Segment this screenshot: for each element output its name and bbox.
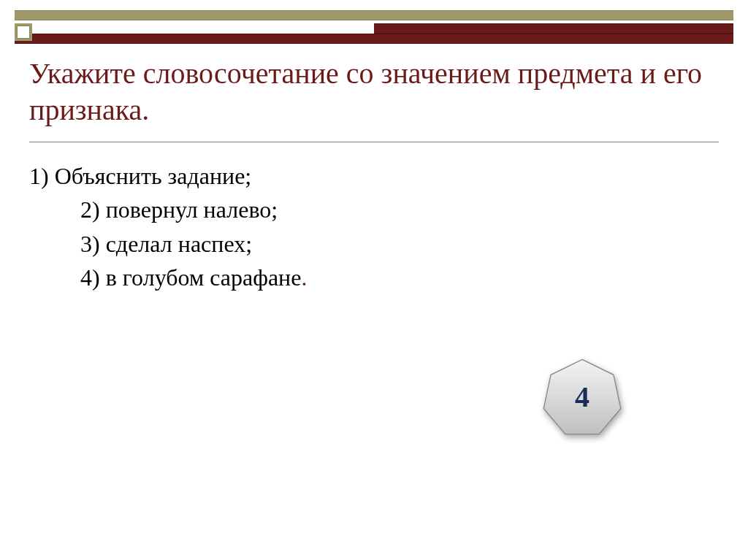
option-1: 1) Объяснить задание; (29, 163, 251, 189)
answer-shape: 4 (542, 356, 622, 437)
maroon-bar-short (374, 23, 733, 34)
slide-title: Укажите словосочетание со значением пред… (29, 55, 719, 129)
slide: Укажите словосочетание со значением пред… (0, 0, 748, 560)
body-block: 1) Объяснить задание; 2) повернул налево… (29, 159, 719, 295)
option-4: 4) в голубом сарафане. (29, 261, 719, 294)
option-4-text: 4) в голубом сарафане (80, 264, 301, 291)
option-3: 3) сделал наспех; (29, 227, 719, 261)
title-block: Укажите словосочетание со значением пред… (29, 55, 719, 142)
decorative-square (15, 23, 32, 41)
option-2: 2) повернул налево; (29, 193, 719, 226)
option-4-punct: . (301, 264, 307, 291)
answer-number: 4 (542, 356, 622, 437)
maroon-bar-full (15, 34, 733, 44)
decorative-top-bars (15, 10, 733, 44)
options-list: 1) Объяснить задание; 2) повернул налево… (29, 159, 719, 295)
olive-bar (15, 10, 733, 20)
